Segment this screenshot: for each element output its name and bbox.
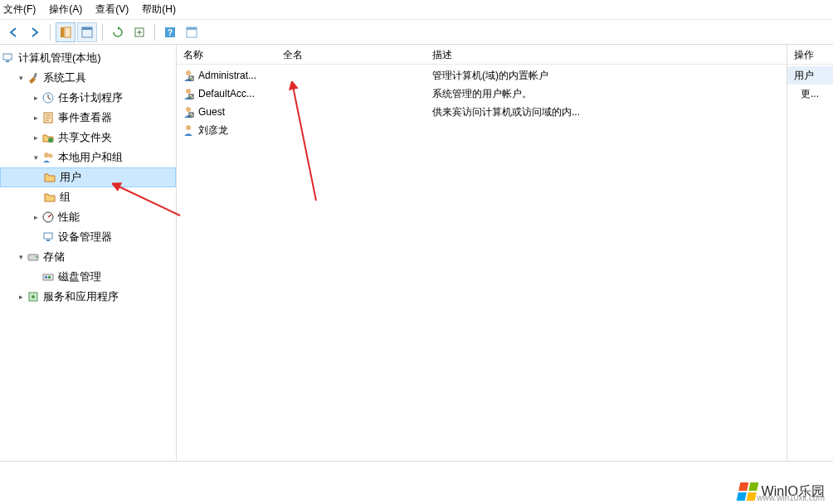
export-button[interactable]	[129, 22, 149, 42]
tree-label: 事件查看器	[58, 108, 112, 128]
list-item[interactable]: DefaultAcc... 系统管理的用户帐户。	[177, 85, 787, 103]
actions-more[interactable]: 更...	[787, 85, 833, 103]
tree-root-computer-management[interactable]: 计算机管理(本地)	[0, 48, 176, 68]
tree-storage[interactable]: ▾ 存储	[0, 247, 176, 267]
tree-groups[interactable]: 组	[0, 187, 176, 207]
actions-header: 操作	[787, 45, 833, 65]
svg-rect-23	[45, 276, 47, 279]
user-list: Administrat... 管理计算机(域)的内置帐户 DefaultAcc.…	[177, 65, 787, 139]
tree-services-apps[interactable]: ▸ 服务和应用程序	[0, 287, 176, 307]
svg-rect-8	[187, 27, 197, 30]
footer: WinIO乐园 www.win10xit.com	[0, 461, 833, 504]
computer-icon	[2, 51, 15, 65]
tree-label: 存储	[43, 247, 65, 267]
tree-performance[interactable]: ▸ 性能	[0, 207, 176, 227]
user-icon	[182, 105, 195, 119]
disk-icon	[41, 270, 55, 284]
list-item[interactable]: Administrat... 管理计算机(域)的内置帐户	[177, 66, 787, 85]
performance-icon	[41, 211, 55, 224]
toolbar-divider	[102, 24, 103, 41]
user-description: 系统管理的用户帐户。	[426, 87, 787, 101]
help-button[interactable]: ?	[160, 22, 180, 42]
toolbar-divider	[154, 24, 155, 41]
svg-text:?: ?	[168, 28, 173, 37]
list-item[interactable]: Guest 供来宾访问计算机或访问域的内...	[177, 103, 787, 121]
shared-folder-icon	[41, 131, 55, 144]
tree-system-tools[interactable]: ▾ 系统工具	[0, 68, 176, 88]
expand-icon: ▸	[30, 108, 41, 128]
tools-icon	[27, 71, 40, 85]
svg-point-21	[36, 256, 37, 258]
user-name: Administrat...	[198, 70, 256, 81]
tree-shared-folders[interactable]: ▸ 共享文件夹	[0, 128, 176, 148]
expand-icon: ▸	[30, 128, 41, 148]
user-description: 供来宾访问计算机或访问域的内...	[426, 105, 787, 119]
tree-label: 设备管理器	[58, 227, 112, 247]
properties-button[interactable]	[182, 22, 202, 42]
tree-event-viewer[interactable]: ▸ 事件查看器	[0, 108, 176, 128]
nav-back-button[interactable]	[3, 22, 23, 42]
tree-label: 共享文件夹	[58, 128, 112, 148]
services-icon	[27, 290, 40, 303]
users-icon	[41, 151, 55, 164]
expand-icon: ▸	[30, 88, 41, 108]
folder-icon	[43, 171, 56, 184]
menu-view[interactable]: 查看(V)	[95, 2, 129, 17]
toolbar: ?	[0, 20, 833, 45]
svg-rect-11	[33, 73, 37, 79]
tree-label: 磁盘管理	[58, 267, 101, 287]
user-icon	[182, 124, 195, 137]
clock-icon	[41, 91, 55, 104]
tree-label: 系统工具	[43, 68, 86, 88]
tree-users[interactable]: 用户	[0, 167, 176, 187]
svg-point-14	[48, 138, 53, 143]
list-pane: 名称 全名 描述 Administrat... 管理计算机(域)的内置帐户 De…	[177, 45, 787, 461]
tree-label: 服务和应用程序	[43, 287, 119, 307]
tree-local-users-groups[interactable]: ▾ 本地用户和组	[0, 148, 176, 167]
device-icon	[41, 230, 55, 244]
svg-rect-24	[48, 276, 51, 279]
navigation-tree: 计算机管理(本地) ▾ 系统工具 ▸ 任务计划程序 ▸ 事件查看器 ▸ 共享文件…	[0, 45, 177, 461]
svg-point-16	[49, 154, 53, 158]
column-headers: 名称 全名 描述	[177, 45, 787, 65]
column-description[interactable]: 描述	[426, 45, 787, 64]
tree-label: 性能	[58, 207, 80, 227]
menu-bar: 文件(F) 操作(A) 查看(V) 帮助(H)	[0, 0, 833, 20]
tree-label: 任务计划程序	[58, 88, 123, 108]
svg-rect-3	[82, 27, 92, 30]
workspace: 计算机管理(本地) ▾ 系统工具 ▸ 任务计划程序 ▸ 事件查看器 ▸ 共享文件…	[0, 45, 833, 461]
column-name[interactable]: 名称	[177, 45, 276, 64]
menu-file[interactable]: 文件(F)	[3, 2, 36, 17]
tree-label: 用户	[60, 167, 81, 187]
folder-icon	[43, 191, 56, 204]
actions-pane: 操作 用户 更...	[787, 45, 833, 461]
brand-url: www.win10xit.com	[757, 493, 825, 502]
actions-section[interactable]: 用户	[787, 66, 833, 85]
svg-point-31	[186, 107, 191, 112]
user-name: DefaultAcc...	[198, 88, 255, 99]
svg-rect-19	[46, 240, 50, 241]
tree-device-manager[interactable]: 设备管理器	[0, 227, 176, 247]
user-name: Guest	[198, 106, 225, 118]
tree-task-scheduler[interactable]: ▸ 任务计划程序	[0, 88, 176, 108]
tree-label: 本地用户和组	[58, 148, 123, 167]
svg-point-26	[32, 295, 35, 298]
nav-forward-button[interactable]	[25, 22, 45, 42]
column-fullname[interactable]: 全名	[276, 45, 426, 64]
view-list-button[interactable]	[77, 22, 97, 42]
svg-rect-9	[3, 54, 12, 60]
storage-icon	[27, 250, 40, 264]
show-hide-tree-button[interactable]	[56, 22, 76, 42]
svg-rect-1	[65, 27, 71, 37]
refresh-button[interactable]	[108, 22, 128, 42]
svg-point-27	[186, 70, 191, 75]
expand-icon: ▸	[15, 287, 27, 307]
expand-icon: ▸	[30, 207, 41, 227]
menu-help[interactable]: 帮助(H)	[142, 2, 176, 17]
menu-action[interactable]: 操作(A)	[49, 2, 82, 17]
svg-point-29	[186, 89, 191, 94]
list-item[interactable]: 刘彦龙	[177, 121, 787, 139]
svg-point-33	[186, 125, 191, 130]
tree-disk-management[interactable]: 磁盘管理	[0, 267, 176, 287]
svg-point-15	[44, 153, 49, 158]
